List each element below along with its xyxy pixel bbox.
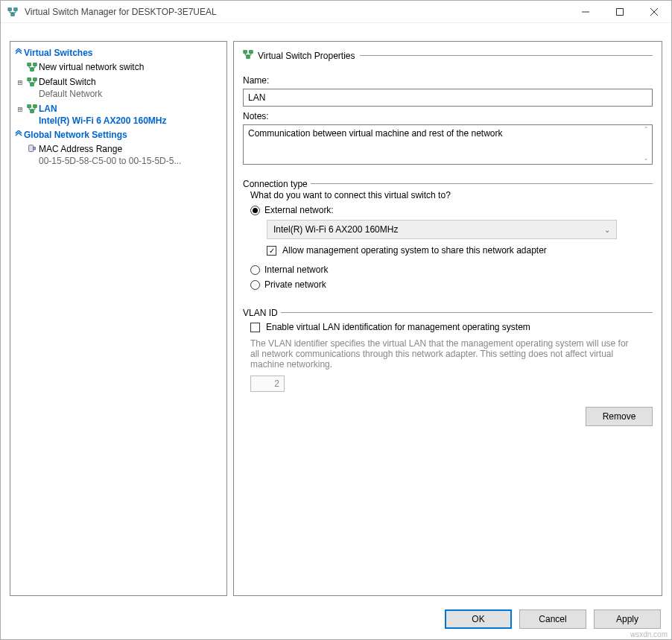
expand-icon[interactable]: ⊞	[15, 76, 25, 89]
app-icon	[7, 6, 19, 18]
minimize-button[interactable]	[568, 1, 603, 23]
checkbox-label: Enable virtual LAN identification for ma…	[266, 322, 530, 332]
properties-panel: Virtual Switch Properties Name: Notes: ˄…	[233, 41, 662, 596]
svg-rect-14	[34, 147, 36, 150]
expand-icon[interactable]: ⊞	[15, 103, 25, 115]
notes-input[interactable]	[243, 124, 653, 165]
vlan-group: VLAN ID Enable virtual LAN identificatio…	[243, 308, 653, 395]
tree-label: MAC Address Range	[39, 143, 224, 155]
radio-private[interactable]: Private network	[250, 279, 648, 290]
vlan-help-text: The VLAN identifier specifies the virtua…	[250, 338, 630, 370]
dialog-footer: OK Cancel Apply	[1, 602, 671, 639]
section-label: Global Network Settings	[24, 130, 127, 140]
tree-label: New virtual network switch	[39, 62, 144, 72]
svg-rect-15	[244, 51, 247, 54]
notes-label: Notes:	[243, 111, 653, 121]
connection-type-legend: Connection type	[243, 179, 311, 189]
adapter-combobox[interactable]: Intel(R) Wi-Fi 6 AX200 160MHz ⌄	[267, 220, 617, 239]
vlan-legend: VLAN ID	[243, 308, 281, 318]
vlan-enable-checkbox[interactable]: Enable virtual LAN identification for ma…	[250, 322, 648, 332]
connection-question: What do you want to connect this virtual…	[250, 190, 648, 200]
header-text: Virtual Switch Properties	[258, 51, 355, 61]
properties-header: Virtual Switch Properties	[243, 49, 653, 62]
allow-mgmt-checkbox[interactable]: ✓ Allow management operating system to s…	[267, 245, 648, 256]
cancel-button[interactable]: Cancel	[519, 609, 586, 629]
radio-label: Internal network	[264, 264, 328, 275]
tree-label: Default Switch	[39, 76, 224, 88]
tree-lan-switch[interactable]: ⊞ LAN Intel(R) Wi-Fi 6 AX200 160MHz	[13, 101, 224, 128]
svg-rect-13	[29, 145, 34, 152]
switch-tree: Virtual Switches New virtual network swi…	[10, 41, 227, 596]
window-root: Virtual Switch Manager for DESKTOP-3E7UE…	[0, 0, 672, 640]
remove-button[interactable]: Remove	[586, 407, 653, 426]
tree-sublabel: Intel(R) Wi-Fi 6 AX200 160MHz	[39, 115, 224, 127]
watermark: wsxdn.com	[630, 630, 668, 639]
svg-rect-3	[617, 8, 624, 15]
vlan-id-input[interactable]: 2	[250, 376, 285, 392]
adapter-selected: Intel(R) Wi-Fi 6 AX200 160MHz	[273, 224, 398, 235]
divider	[360, 55, 653, 56]
scroll-down-icon[interactable]: ˅	[641, 158, 651, 165]
radio-icon	[250, 280, 260, 290]
connection-type-group: Connection type What do you want to conn…	[243, 179, 653, 296]
network-icon	[25, 76, 39, 87]
checkbox-unchecked-icon	[250, 323, 260, 332]
network-icon	[25, 103, 39, 114]
nic-icon	[25, 143, 39, 154]
svg-rect-4	[28, 63, 31, 66]
radio-label: External network:	[264, 205, 334, 215]
svg-rect-2	[11, 13, 14, 16]
checkbox-checked-icon: ✓	[267, 246, 276, 256]
section-global-settings[interactable]: Global Network Settings	[13, 128, 224, 142]
svg-rect-17	[247, 56, 250, 59]
section-label: Virtual Switches	[24, 48, 92, 58]
collapse-icon	[13, 130, 24, 140]
scroll-up-icon[interactable]: ˄	[641, 126, 651, 133]
radio-label: Private network	[264, 279, 326, 290]
collapse-icon	[13, 48, 24, 58]
name-input[interactable]	[243, 89, 653, 107]
section-virtual-switches[interactable]: Virtual Switches	[13, 46, 224, 60]
svg-rect-1	[14, 7, 17, 10]
network-icon	[25, 61, 39, 72]
radio-internal[interactable]: Internal network	[250, 264, 648, 275]
radio-icon	[250, 206, 260, 215]
svg-rect-0	[8, 7, 11, 10]
tree-new-switch[interactable]: New virtual network switch	[13, 60, 224, 75]
ok-button[interactable]: OK	[445, 609, 512, 629]
network-icon	[243, 49, 253, 62]
svg-rect-11	[34, 105, 37, 108]
svg-rect-12	[31, 110, 34, 113]
apply-button[interactable]: Apply	[594, 609, 661, 629]
svg-rect-7	[28, 78, 31, 81]
radio-external[interactable]: External network:	[250, 205, 648, 215]
tree-mac-range[interactable]: MAC Address Range 00-15-5D-58-C5-00 to 0…	[13, 142, 224, 168]
svg-rect-9	[31, 83, 34, 86]
svg-rect-10	[28, 105, 31, 108]
tree-sublabel: Default Network	[39, 88, 224, 100]
close-button[interactable]	[637, 1, 671, 23]
titlebar: Virtual Switch Manager for DESKTOP-3E7UE…	[1, 1, 671, 23]
svg-rect-8	[34, 78, 37, 81]
svg-rect-5	[34, 63, 37, 66]
tree-label: LAN	[39, 103, 224, 115]
maximize-button[interactable]	[603, 1, 637, 23]
svg-rect-16	[250, 51, 253, 54]
svg-rect-6	[31, 69, 34, 72]
tree-sublabel: 00-15-5D-58-C5-00 to 00-15-5D-5...	[39, 155, 224, 167]
chevron-down-icon: ⌄	[604, 226, 610, 234]
name-label: Name:	[243, 75, 653, 86]
checkbox-label: Allow management operating system to sha…	[282, 245, 547, 256]
tree-default-switch[interactable]: ⊞ Default Switch Default Network	[13, 75, 224, 101]
radio-icon	[250, 265, 260, 275]
window-title: Virtual Switch Manager for DESKTOP-3E7UE…	[25, 7, 568, 17]
